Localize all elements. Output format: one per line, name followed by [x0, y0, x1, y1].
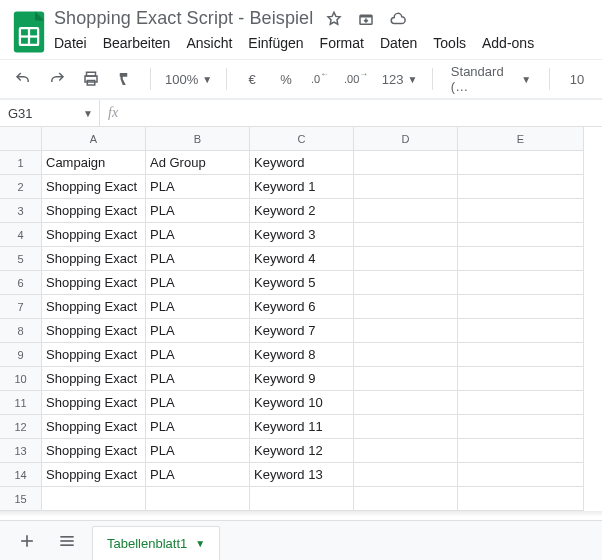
cell[interactable] — [458, 367, 584, 391]
cell[interactable]: Shopping Exact — [42, 391, 146, 415]
sheets-logo[interactable] — [10, 8, 48, 56]
cell[interactable]: PLA — [146, 343, 250, 367]
cell[interactable] — [354, 199, 458, 223]
cell[interactable]: Shopping Exact — [42, 223, 146, 247]
menu-format[interactable]: Format — [320, 35, 364, 51]
cell[interactable]: Keyword 6 — [250, 295, 354, 319]
cell[interactable]: PLA — [146, 367, 250, 391]
row-header[interactable]: 5 — [0, 247, 42, 271]
col-header-D[interactable]: D — [354, 127, 458, 151]
percent-button[interactable]: % — [273, 66, 299, 92]
cell[interactable] — [458, 223, 584, 247]
cell[interactable] — [354, 391, 458, 415]
paint-format-button[interactable] — [112, 66, 138, 92]
cell[interactable]: Shopping Exact — [42, 247, 146, 271]
cell[interactable]: Shopping Exact — [42, 175, 146, 199]
cell[interactable] — [354, 223, 458, 247]
cell[interactable]: Shopping Exact — [42, 463, 146, 487]
cell[interactable] — [458, 271, 584, 295]
cell[interactable]: Ad Group — [146, 151, 250, 175]
row-header[interactable]: 1 — [0, 151, 42, 175]
row-header[interactable]: 14 — [0, 463, 42, 487]
cell[interactable]: PLA — [146, 271, 250, 295]
cell[interactable]: Shopping Exact — [42, 343, 146, 367]
cell[interactable]: Shopping Exact — [42, 271, 146, 295]
cell[interactable]: PLA — [146, 319, 250, 343]
cell[interactable] — [354, 175, 458, 199]
cell[interactable]: PLA — [146, 415, 250, 439]
cell[interactable]: Keyword — [250, 151, 354, 175]
cell[interactable] — [42, 487, 146, 511]
cell[interactable] — [354, 319, 458, 343]
row-header[interactable]: 4 — [0, 223, 42, 247]
star-icon[interactable] — [325, 10, 343, 28]
menu-einfügen[interactable]: Einfügen — [248, 35, 303, 51]
cell[interactable] — [354, 415, 458, 439]
cell[interactable]: Keyword 3 — [250, 223, 354, 247]
cell[interactable] — [458, 151, 584, 175]
cell[interactable] — [146, 487, 250, 511]
cell[interactable]: Shopping Exact — [42, 415, 146, 439]
menu-add-ons[interactable]: Add-ons — [482, 35, 534, 51]
cell[interactable]: Shopping Exact — [42, 295, 146, 319]
cell[interactable]: PLA — [146, 199, 250, 223]
cell[interactable]: PLA — [146, 463, 250, 487]
cell[interactable]: Keyword 8 — [250, 343, 354, 367]
row-header[interactable]: 11 — [0, 391, 42, 415]
sheet-tab-active[interactable]: Tabellenblatt1 ▼ — [92, 526, 220, 560]
cell[interactable] — [458, 343, 584, 367]
cell[interactable] — [354, 487, 458, 511]
cell[interactable] — [354, 271, 458, 295]
cell[interactable] — [458, 463, 584, 487]
doc-title[interactable]: Shopping Exact Script - Beispiel — [54, 8, 313, 29]
row-header[interactable]: 2 — [0, 175, 42, 199]
cell[interactable] — [354, 367, 458, 391]
col-header-B[interactable]: B — [146, 127, 250, 151]
name-box[interactable]: G31▼ — [0, 100, 100, 126]
row-header[interactable]: 9 — [0, 343, 42, 367]
cell[interactable]: Shopping Exact — [42, 367, 146, 391]
cell[interactable] — [458, 175, 584, 199]
font-size-input[interactable]: 10 — [562, 66, 592, 92]
cell[interactable] — [354, 295, 458, 319]
cell[interactable] — [458, 439, 584, 463]
cell[interactable]: Keyword 7 — [250, 319, 354, 343]
cell[interactable]: Shopping Exact — [42, 439, 146, 463]
cell[interactable]: PLA — [146, 247, 250, 271]
cell[interactable]: Keyword 13 — [250, 463, 354, 487]
cell[interactable]: PLA — [146, 439, 250, 463]
row-header[interactable]: 12 — [0, 415, 42, 439]
move-icon[interactable] — [357, 10, 375, 28]
col-header-E[interactable]: E — [458, 127, 584, 151]
cell[interactable]: Keyword 4 — [250, 247, 354, 271]
cell[interactable]: PLA — [146, 295, 250, 319]
cell[interactable]: Keyword 11 — [250, 415, 354, 439]
cell[interactable] — [250, 487, 354, 511]
menu-tools[interactable]: Tools — [433, 35, 466, 51]
cell[interactable] — [458, 319, 584, 343]
cell[interactable]: Keyword 5 — [250, 271, 354, 295]
cell[interactable] — [458, 415, 584, 439]
cell[interactable] — [354, 151, 458, 175]
row-header[interactable]: 6 — [0, 271, 42, 295]
select-all-corner[interactable] — [0, 127, 42, 151]
menu-ansicht[interactable]: Ansicht — [186, 35, 232, 51]
font-dropdown[interactable]: Standard (…▼ — [445, 66, 537, 92]
row-header[interactable]: 8 — [0, 319, 42, 343]
formula-input[interactable] — [126, 100, 602, 126]
all-sheets-button[interactable] — [52, 526, 82, 556]
menu-datei[interactable]: Datei — [54, 35, 87, 51]
undo-button[interactable] — [10, 66, 36, 92]
row-header[interactable]: 10 — [0, 367, 42, 391]
add-sheet-button[interactable] — [12, 526, 42, 556]
cell[interactable]: Shopping Exact — [42, 319, 146, 343]
menu-daten[interactable]: Daten — [380, 35, 417, 51]
cell[interactable] — [354, 439, 458, 463]
cell[interactable] — [354, 247, 458, 271]
cell[interactable] — [458, 391, 584, 415]
row-header[interactable]: 13 — [0, 439, 42, 463]
cell[interactable]: Keyword 1 — [250, 175, 354, 199]
menu-bearbeiten[interactable]: Bearbeiten — [103, 35, 171, 51]
row-header[interactable]: 15 — [0, 487, 42, 511]
cell[interactable]: PLA — [146, 223, 250, 247]
